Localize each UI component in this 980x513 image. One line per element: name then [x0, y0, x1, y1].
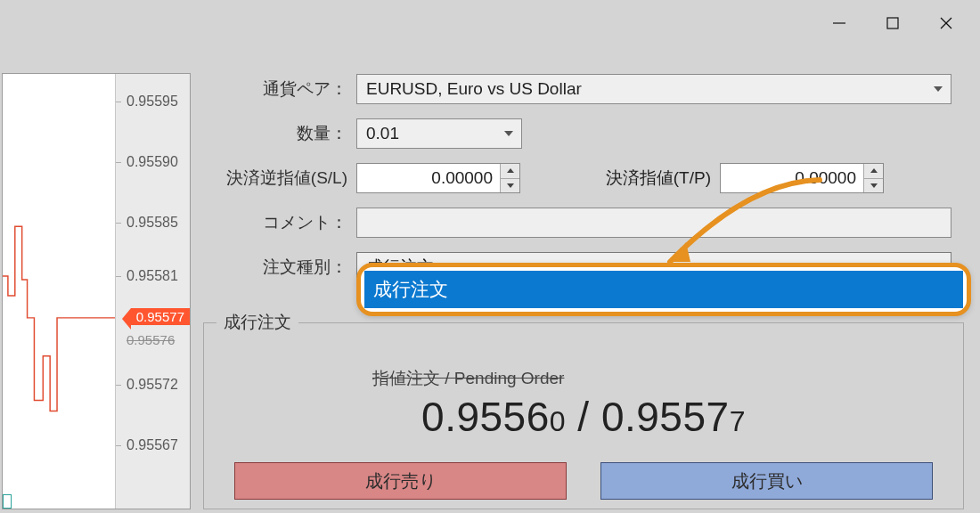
symbol-combo[interactable]: EURUSD, Euro vs US Dollar: [356, 74, 951, 104]
stoploss-label: 決済逆指値(S/L): [205, 167, 356, 190]
takeprofit-value: 0.00000: [721, 168, 863, 188]
volume-value: 0.01: [357, 124, 496, 143]
ask-price: 0.95577: [601, 394, 746, 440]
titlebar: [0, 0, 980, 46]
maximize-button[interactable]: [866, 4, 919, 43]
svg-marker-8: [870, 168, 878, 173]
market-buy-button[interactable]: 成行買い: [600, 462, 933, 500]
market-box-title: 成行注文: [216, 311, 298, 334]
ordertype-option-market[interactable]: 成行注文: [364, 271, 963, 308]
ordertype-dropdown-popup: 成行注文: [356, 263, 971, 316]
comment-label: コメント：: [205, 211, 356, 234]
volume-label: 数量：: [205, 122, 356, 145]
price-chart-line: [3, 74, 115, 509]
spinner-up-icon[interactable]: [864, 164, 883, 179]
axis-tick: 0.95567: [127, 437, 178, 453]
svg-rect-1: [887, 18, 898, 28]
svg-marker-4: [934, 86, 943, 92]
market-sell-button[interactable]: 成行売り: [234, 462, 567, 500]
bar-indicator: [3, 494, 12, 509]
svg-marker-9: [870, 183, 878, 188]
ordertype-option-pending[interactable]: 指値注文 / Pending Order: [372, 367, 950, 392]
bid-price: 0.95560: [421, 394, 566, 440]
bid-ask-display: 0.95560 / 0.95577: [204, 393, 963, 441]
chevron-down-icon: [926, 86, 951, 93]
comment-input[interactable]: [356, 208, 951, 238]
spinner-down-icon[interactable]: [864, 179, 883, 193]
axis-tick: 0.95572: [127, 377, 178, 393]
price-chart-panel: 0.95595 0.95590 0.95585 0.95581 0.95577 …: [2, 73, 191, 509]
symbol-label: 通貨ペア：: [205, 77, 356, 101]
takeprofit-input[interactable]: 0.00000: [720, 163, 884, 193]
axis-tick: 0.95585: [127, 215, 178, 231]
prev-price-strike: 0.95576: [127, 332, 175, 347]
axis-tick: 0.95590: [127, 154, 178, 170]
market-execution-box: 成行注文 0.95560 / 0.95577 成行売り 成行買い: [203, 322, 964, 509]
spinner-down-icon[interactable]: [501, 179, 519, 193]
close-button[interactable]: [919, 4, 973, 43]
symbol-value: EURUSD, Euro vs US Dollar: [357, 79, 926, 99]
stoploss-input[interactable]: 0.00000: [356, 163, 520, 193]
axis-tick: 0.95595: [127, 94, 178, 110]
svg-marker-5: [504, 131, 513, 136]
takeprofit-label: 決済指値(T/P): [568, 167, 720, 190]
svg-marker-6: [507, 168, 514, 173]
spinner-up-icon[interactable]: [501, 164, 519, 179]
stoploss-value: 0.00000: [357, 168, 500, 188]
volume-combo[interactable]: 0.01: [356, 118, 522, 149]
ordertype-label: 注文種別：: [205, 256, 356, 279]
svg-marker-7: [507, 183, 514, 188]
chevron-down-icon: [496, 130, 521, 137]
axis-tick: 0.95581: [127, 268, 178, 284]
current-price-flag: 0.95577: [131, 308, 190, 325]
minimize-button[interactable]: [813, 4, 866, 43]
